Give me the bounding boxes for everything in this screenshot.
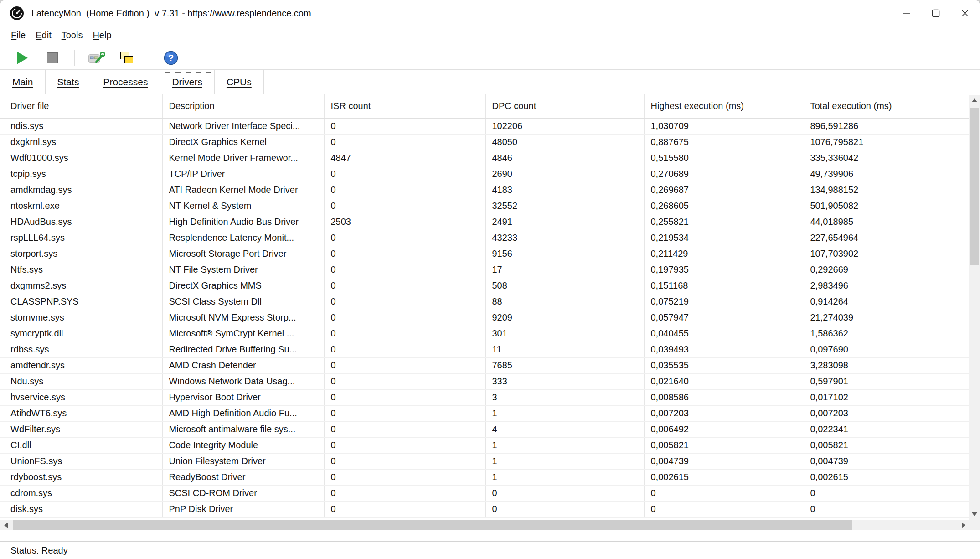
vertical-scrollbar[interactable] (969, 95, 980, 520)
table-row[interactable]: rdyboost.sysReadyBoost Driver010,0026150… (0, 469, 969, 485)
menu-item-file[interactable]: File (6, 26, 31, 46)
table-cell: Code Integrity Module (162, 437, 324, 453)
table-cell: 49,739906 (804, 166, 969, 182)
table-cell: Ndu.sys (0, 373, 162, 389)
table-row[interactable]: UnionFS.sysUnion Filesystem Driver010,00… (0, 453, 969, 469)
table-row[interactable]: rdbss.sysRedirected Drive Buffering Su..… (0, 342, 969, 357)
table-cell: tcpip.sys (0, 166, 162, 182)
table-cell: 9156 (485, 246, 644, 262)
table-cell: 0 (324, 118, 485, 134)
stop-monitor-button[interactable] (43, 48, 62, 67)
minimize-button[interactable] (892, 0, 921, 26)
table-row[interactable]: tcpip.sysTCP/IP Driver026900,27068949,73… (0, 166, 969, 182)
column-header-isr-count[interactable]: ISR count (324, 94, 485, 118)
table-row[interactable]: AtihdWT6.sysAMD High Definition Audio Fu… (0, 405, 969, 421)
table-cell: CI.dll (0, 437, 162, 453)
status-text: Status: Ready (10, 545, 68, 556)
table-row[interactable]: cdrom.sysSCSI CD-ROM Driver0000 (0, 485, 969, 501)
column-header-driver-file[interactable]: Driver file (0, 94, 162, 118)
table-row[interactable]: ntoskrnl.exeNT Kernel & System0325520,26… (0, 198, 969, 214)
table-cell: 0 (324, 373, 485, 389)
help-button[interactable]: ? (162, 48, 180, 67)
scroll-up-button[interactable] (969, 95, 980, 106)
table-row[interactable]: amdfendr.sysAMD Crash Defender076850,035… (0, 357, 969, 373)
table-cell: disk.sys (0, 501, 162, 517)
table-row[interactable]: dxgmms2.sysDirectX Graphics MMS05080,151… (0, 278, 969, 294)
table-cell: 3 (485, 389, 644, 405)
close-button[interactable] (950, 0, 980, 26)
table-cell: Microsoft® SymCrypt Kernel ... (162, 326, 324, 342)
menu-item-help[interactable]: Help (88, 26, 116, 46)
scroll-left-button[interactable] (0, 520, 11, 530)
table-cell: 44,018985 (804, 214, 969, 230)
tab-label: CPUs (227, 77, 252, 88)
table-row[interactable]: Ntfs.sysNT File System Driver0170,197935… (0, 262, 969, 278)
table-row[interactable]: Wdf01000.sysKernel Mode Driver Framewor.… (0, 150, 969, 166)
column-header-total-execution-ms[interactable]: Total execution (ms) (804, 94, 969, 118)
table-cell: 0 (324, 357, 485, 373)
table-cell: 0 (324, 485, 485, 501)
table-cell: 102206 (485, 118, 644, 134)
table-cell: 0,597901 (804, 373, 969, 389)
column-header-description[interactable]: Description (162, 94, 324, 118)
maximize-button[interactable] (921, 0, 950, 26)
table-cell: 1 (485, 437, 644, 453)
windows-view-button[interactable] (118, 48, 136, 67)
tab-drivers[interactable]: Drivers (160, 70, 215, 94)
tab-stats[interactable]: Stats (46, 70, 92, 94)
table-cell: 2690 (485, 166, 644, 182)
table-row[interactable]: ndis.sysNetwork Driver Interface Speci..… (0, 118, 969, 134)
table-row[interactable]: symcryptk.dllMicrosoft® SymCrypt Kernel … (0, 326, 969, 342)
table-cell: rspLLL64.sys (0, 230, 162, 246)
table-cell: 0,268605 (644, 198, 804, 214)
tab-processes[interactable]: Processes (91, 70, 160, 94)
table-row[interactable]: storport.sysMicrosoft Storage Port Drive… (0, 246, 969, 262)
scroll-down-button[interactable] (969, 509, 980, 520)
table-cell: 9209 (485, 310, 644, 326)
table-row[interactable]: hvservice.sysHypervisor Boot Driver030,0… (0, 389, 969, 405)
table-cell: 4847 (324, 150, 485, 166)
column-header-highest-execution-ms[interactable]: Highest execution (ms) (644, 94, 804, 118)
arrow-up-icon (972, 98, 977, 102)
table-cell: rdbss.sys (0, 342, 162, 357)
scroll-right-button[interactable] (958, 520, 969, 530)
horizontal-scrollbar-thumb[interactable] (13, 520, 852, 530)
table-cell: 0,219534 (644, 230, 804, 246)
table-row[interactable]: stornvme.sysMicrosoft NVM Express Storp.… (0, 310, 969, 326)
table-cell: 0,004739 (804, 453, 969, 469)
table-row[interactable]: Ndu.sysWindows Network Data Usag...03330… (0, 373, 969, 389)
table-cell: 0 (324, 453, 485, 469)
table-row[interactable]: CLASSPNP.SYSSCSI Class System Dll0880,07… (0, 294, 969, 310)
table-cell: 4846 (485, 150, 644, 166)
table-row[interactable]: HDAudBus.sysHigh Definition Audio Bus Dr… (0, 214, 969, 230)
table-cell: 43233 (485, 230, 644, 246)
column-header-dpc-count[interactable]: DPC count (485, 94, 644, 118)
start-monitor-button[interactable] (13, 48, 31, 67)
table-cell: 0,197935 (644, 262, 804, 278)
menu-item-edit[interactable]: Edit (31, 26, 56, 46)
menu-item-tools[interactable]: Tools (57, 26, 88, 46)
table-cell: 1076,795821 (804, 134, 969, 150)
table-row[interactable]: dxgkrnl.sysDirectX Graphics Kernel048050… (0, 134, 969, 150)
window-title: LatencyMon (Home Edition ) v 7.31 - http… (31, 8, 892, 19)
table-cell: ntoskrnl.exe (0, 198, 162, 214)
table-row[interactable]: CI.dllCode Integrity Module010,0058210,0… (0, 437, 969, 453)
table-row[interactable]: WdFilter.sysMicrosoft antimalware file s… (0, 421, 969, 437)
scrollbar-corner (969, 520, 980, 530)
table-row[interactable]: amdkmdag.sysATI Radeon Kernel Mode Drive… (0, 182, 969, 198)
hardware-wrench-icon (88, 51, 105, 65)
tab-cpus[interactable]: CPUs (215, 70, 264, 94)
table-cell: 501,905082 (804, 198, 969, 214)
arrow-right-icon (962, 523, 965, 528)
table-cell: UnionFS.sys (0, 453, 162, 469)
vertical-scrollbar-thumb[interactable] (970, 108, 979, 265)
tools-options-button[interactable] (88, 48, 106, 67)
table-cell: 0 (324, 230, 485, 246)
table-row[interactable]: disk.sysPnP Disk Driver0000 (0, 501, 969, 517)
horizontal-scrollbar[interactable] (0, 520, 969, 530)
table-row[interactable]: rspLLL64.sysResplendence Latency Monit..… (0, 230, 969, 246)
tab-main[interactable]: Main (0, 70, 46, 94)
table-cell: 3,283098 (804, 357, 969, 373)
table-cell: Microsoft Storage Port Driver (162, 246, 324, 262)
table-cell: 0,039493 (644, 342, 804, 357)
